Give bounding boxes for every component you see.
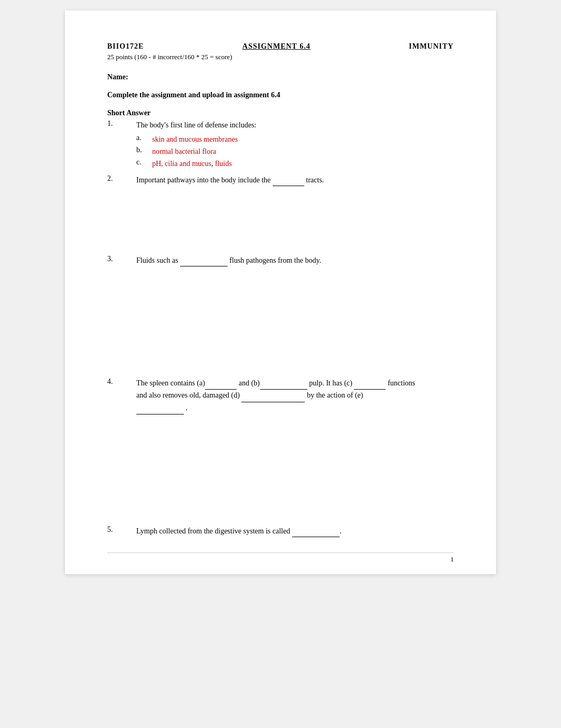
q1-sub-c-part2: fluids	[215, 160, 232, 168]
q1-sub-c-label: c.	[136, 158, 152, 167]
question-3: 3. Fluids such as flush pathogens from t…	[107, 255, 454, 266]
instructions: Complete the assignment and upload in as…	[107, 91, 454, 99]
spacer-4b	[107, 483, 454, 526]
q2-blank	[273, 174, 304, 186]
q1-sub-c-comma: ,	[211, 160, 215, 168]
q3-text: Fluids such as flush pathogens from the …	[136, 255, 454, 266]
q1-sub-b-label: b.	[136, 146, 152, 154]
spacer-3b	[107, 335, 454, 377]
question-4: 4. The spleen contains (a) and (b) pulp.…	[107, 377, 454, 414]
q1-sub-c-text: pH, cilia and mucus, fluids	[152, 158, 454, 169]
short-answer-header: Short Answer	[107, 109, 454, 117]
question-5: 5. Lymph collected from the digestive sy…	[107, 526, 454, 537]
q1-number: 1.	[107, 119, 136, 128]
q2-text: Important pathways into the body include…	[136, 174, 454, 186]
q4-blank-b	[260, 377, 307, 390]
assignment-title: ASSIGNMENT 6.4	[242, 42, 311, 51]
name-label: Name:	[107, 73, 128, 81]
question-2: 2. Important pathways into the body incl…	[107, 174, 454, 186]
q1-text: The body's first line of defense include…	[136, 119, 454, 131]
page-number: 1	[451, 555, 454, 564]
q1-sub-a-text: skin and mucous membranes	[152, 134, 454, 145]
question-3-row: 3. Fluids such as flush pathogens from t…	[107, 255, 454, 266]
q4-number: 4.	[107, 377, 136, 386]
bottom-border	[107, 552, 454, 553]
q1-sub-c: c. pH, cilia and mucus, fluids	[136, 158, 454, 169]
q4-text: The spleen contains (a) and (b) pulp. It…	[136, 377, 454, 414]
spacer-2	[107, 191, 454, 255]
topic-title: IMMUNITY	[409, 42, 454, 51]
q1-sub-b: b. normal bacterial flora	[136, 146, 454, 157]
spacer-4	[107, 420, 454, 483]
q3-blank	[180, 255, 228, 266]
q4-blank-d	[241, 390, 305, 402]
q5-number: 5.	[107, 526, 136, 534]
q4-blank-c	[354, 377, 386, 390]
q2-number: 2.	[107, 174, 136, 183]
question-5-row: 5. Lymph collected from the digestive sy…	[107, 526, 454, 537]
q1-sub-c-part1: pH, cilia and mucus	[152, 160, 211, 168]
question-1-row: 1. The body's first line of defense incl…	[107, 119, 454, 131]
q1-sub-b-text: normal bacterial flora	[152, 146, 454, 157]
q1-sub-a-label: a.	[136, 134, 152, 142]
points-info: 25 points (160 - # incorrect/160 * 25 = …	[107, 53, 454, 61]
course-code: BIIO172E	[107, 42, 144, 51]
document-page: BIIO172E ASSIGNMENT 6.4 IMMUNITY 25 poin…	[65, 11, 496, 574]
question-1: 1. The body's first line of defense incl…	[107, 119, 454, 169]
q5-blank	[292, 526, 340, 537]
q4-blank-a	[205, 377, 237, 390]
header-section: BIIO172E ASSIGNMENT 6.4 IMMUNITY	[107, 42, 454, 51]
q1-sub-answers: a. skin and mucous membranes b. normal b…	[136, 134, 454, 169]
question-4-row: 4. The spleen contains (a) and (b) pulp.…	[107, 377, 454, 414]
q4-blank-e	[136, 402, 184, 414]
question-2-row: 2. Important pathways into the body incl…	[107, 174, 454, 186]
q5-text: Lymph collected from the digestive syste…	[136, 526, 454, 537]
spacer-3	[107, 272, 454, 335]
q1-sub-a: a. skin and mucous membranes	[136, 134, 454, 145]
q3-number: 3.	[107, 255, 136, 263]
name-section: Name:	[107, 72, 454, 81]
